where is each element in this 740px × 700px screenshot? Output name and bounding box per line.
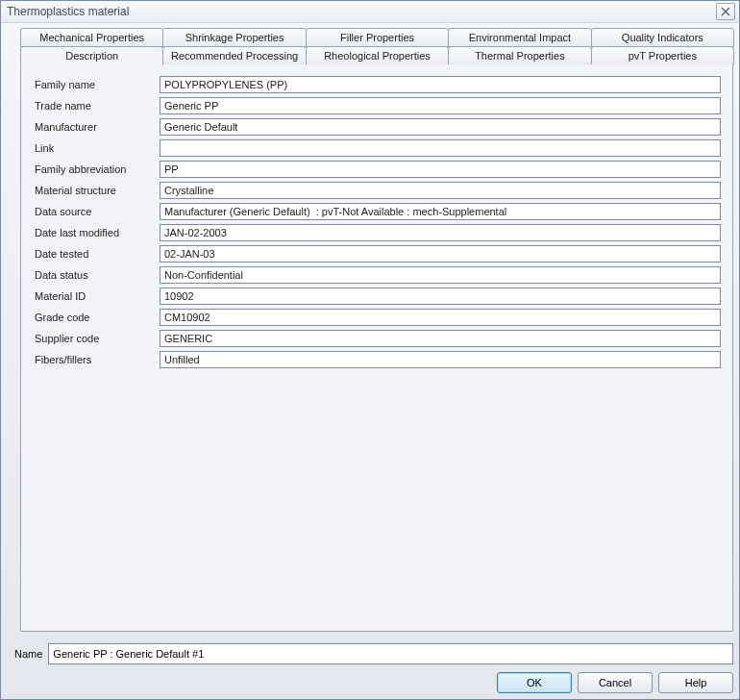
tab-description[interactable]: Description bbox=[20, 46, 163, 65]
field-input-fibers-fillers[interactable] bbox=[160, 351, 721, 368]
field-input-grade-code[interactable] bbox=[160, 309, 721, 326]
field-row-data-source: Data source bbox=[33, 201, 721, 222]
field-label-manufacturer: Manufacturer bbox=[33, 121, 160, 133]
field-row-material-structure: Material structure bbox=[33, 180, 721, 201]
tab-pvt-properties[interactable]: pvT Properties bbox=[591, 46, 734, 65]
field-input-data-status[interactable] bbox=[160, 266, 721, 284]
name-label: Name bbox=[7, 648, 48, 660]
field-label-data-status: Data status bbox=[33, 269, 160, 281]
field-label-date-tested: Date tested bbox=[33, 248, 160, 260]
field-input-material-structure[interactable] bbox=[160, 182, 721, 199]
field-label-trade-name: Trade name bbox=[33, 100, 160, 112]
field-input-date-tested[interactable] bbox=[160, 245, 721, 262]
tab-rheological-properties[interactable]: Rheological Properties bbox=[306, 46, 449, 65]
field-row-date-tested: Date tested bbox=[33, 243, 721, 264]
field-label-link: Link bbox=[33, 142, 160, 154]
field-row-data-status: Data status bbox=[33, 264, 721, 286]
field-row-family-abbreviation: Family abbreviation bbox=[33, 159, 721, 180]
field-label-supplier-code: Supplier code bbox=[33, 333, 160, 344]
field-label-grade-code: Grade code bbox=[33, 312, 160, 323]
tab-thermal-properties[interactable]: Thermal Properties bbox=[448, 46, 591, 65]
field-input-family-abbreviation[interactable] bbox=[160, 161, 721, 178]
field-label-family-name: Family name bbox=[33, 79, 160, 90]
field-label-fibers-fillers: Fibers/fillers bbox=[33, 354, 160, 365]
field-row-supplier-code: Supplier code bbox=[33, 328, 721, 349]
field-label-family-abbreviation: Family abbreviation bbox=[33, 163, 160, 175]
cancel-button[interactable]: Cancel bbox=[578, 672, 653, 693]
field-row-grade-code: Grade code bbox=[33, 307, 721, 328]
field-input-data-source[interactable] bbox=[160, 203, 721, 220]
titlebar: Thermoplastics material bbox=[1, 1, 739, 23]
field-input-link[interactable] bbox=[160, 139, 721, 157]
field-input-manufacturer[interactable] bbox=[160, 118, 721, 136]
window-title: Thermoplastics material bbox=[7, 5, 716, 18]
tab-quality-indicators[interactable]: Quality Indicators bbox=[591, 28, 734, 47]
field-row-trade-name: Trade name bbox=[33, 95, 721, 116]
ok-button[interactable]: OK bbox=[497, 672, 572, 693]
tab-recommended-processing[interactable]: Recommended Processing bbox=[162, 46, 306, 65]
field-input-trade-name[interactable] bbox=[160, 97, 721, 114]
name-input[interactable] bbox=[48, 643, 733, 664]
dialog-footer: Name OK Cancel Help bbox=[7, 643, 733, 693]
tab-shrinkage-properties[interactable]: Shrinkage Properties bbox=[162, 28, 306, 47]
field-input-material-id[interactable] bbox=[160, 288, 721, 305]
client-area: Mechanical PropertiesShrinkage Propertie… bbox=[1, 22, 739, 699]
tab-filler-properties[interactable]: Filler Properties bbox=[306, 28, 449, 47]
close-button[interactable] bbox=[716, 3, 735, 20]
close-icon bbox=[721, 7, 730, 16]
field-row-family-name: Family name bbox=[33, 74, 721, 95]
field-row-link: Link bbox=[33, 138, 721, 159]
help-button[interactable]: Help bbox=[658, 672, 733, 693]
tab-row-upper: Mechanical PropertiesShrinkage Propertie… bbox=[20, 28, 733, 47]
field-row-material-id: Material ID bbox=[33, 286, 721, 307]
field-row-date-last-modified: Date last modified bbox=[33, 222, 721, 243]
name-row: Name bbox=[7, 643, 733, 664]
field-input-supplier-code[interactable] bbox=[160, 330, 721, 347]
field-row-manufacturer: Manufacturer bbox=[33, 116, 721, 138]
field-row-fibers-fillers: Fibers/fillers bbox=[33, 349, 721, 370]
dialog-window: Thermoplastics material Mechanical Prope… bbox=[0, 0, 740, 700]
field-label-material-id: Material ID bbox=[33, 290, 160, 302]
field-input-date-last-modified[interactable] bbox=[160, 224, 721, 241]
field-label-material-structure: Material structure bbox=[33, 185, 160, 196]
button-row: OK Cancel Help bbox=[7, 672, 733, 693]
tab-page-description: Family nameTrade nameManufacturerLinkFam… bbox=[20, 64, 733, 632]
field-label-data-source: Data source bbox=[33, 206, 160, 217]
tab-environmental-impact[interactable]: Environmental Impact bbox=[448, 28, 591, 47]
tab-mechanical-properties[interactable]: Mechanical Properties bbox=[20, 28, 163, 47]
tab-row-lower: DescriptionRecommended ProcessingRheolog… bbox=[20, 46, 733, 65]
field-label-date-last-modified: Date last modified bbox=[33, 227, 160, 238]
field-input-family-name[interactable] bbox=[160, 76, 721, 93]
